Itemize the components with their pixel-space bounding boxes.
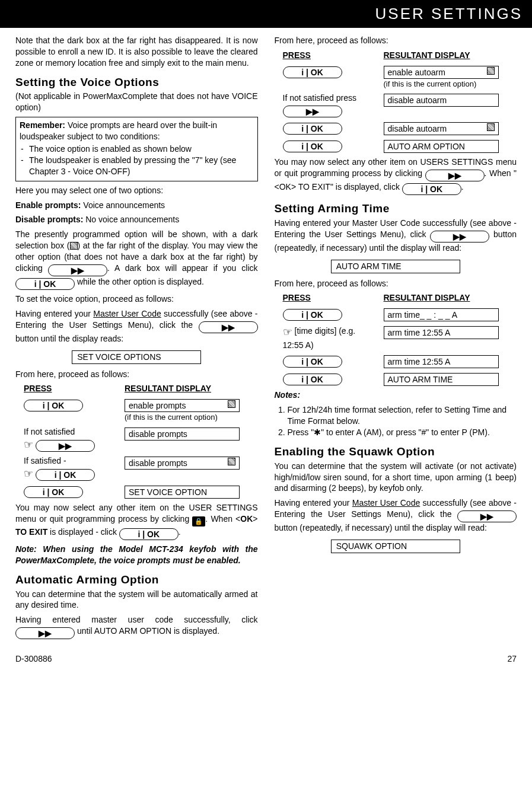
lcd-display: AUTO ARM TIME	[331, 260, 460, 273]
press-header: PRESS	[24, 383, 113, 394]
dark-box-icon	[487, 67, 495, 75]
result-header: RESULTANT DISPLAY	[384, 292, 470, 304]
result-header: RESULTANT DISPLAY	[125, 383, 211, 394]
ok-button[interactable]: i | OK	[24, 486, 83, 498]
lcd-display: AUTO ARM TIME	[384, 373, 499, 386]
remember-box: Remember: Voice prompts are heard over t…	[15, 117, 258, 181]
lcd-display: SET VOICE OPTIONS	[72, 350, 201, 364]
note-item: Press "✱" to enter A (AM), or press "#" …	[288, 427, 517, 438]
ok-button[interactable]: i | OK	[283, 309, 342, 321]
armtime-heading: Setting Arming Time	[275, 201, 517, 216]
seq-row: i | OK disable autoarm	[283, 121, 517, 135]
bullet: The loudspeaker is enabled by pressing t…	[29, 155, 254, 177]
lcd-display: enable autoarm	[384, 66, 499, 79]
voice-here: Here you may select one of two options:	[15, 185, 258, 196]
t: button until the display reads:	[15, 334, 123, 343]
dark-box-icon	[228, 400, 235, 408]
forward-button[interactable]: ▶▶	[48, 264, 107, 276]
disable-line: Disable prompts: No voice announcements	[15, 214, 258, 225]
t: is displayed - click	[47, 527, 119, 537]
ok-button[interactable]: i | OK	[283, 66, 342, 78]
presently-para: The presently programmed option will be …	[15, 229, 258, 290]
sequence-header: PRESS RESULTANT DISPLAY	[24, 383, 258, 394]
ok-button[interactable]: i | OK	[283, 356, 342, 368]
seq-label: If not satisfied press	[283, 92, 372, 104]
forward-button[interactable]: ▶▶	[15, 627, 75, 639]
seq-row: If satisfied - ☞i | OK disable prompts	[24, 455, 258, 481]
autoarm-sequence: i | OK enable autoarm (if this is the cu…	[283, 65, 517, 153]
model-note: Note: When using the Model MCT-234 keyfo…	[15, 544, 258, 566]
voice-after: You may now select any other item on the…	[15, 502, 258, 540]
seq-row: i | OK SET VOICE OPTION	[24, 484, 258, 499]
lock-button-icon[interactable]: 🔒	[192, 516, 205, 526]
forward-button[interactable]: ▶▶	[425, 170, 485, 181]
t: disable autoarm	[388, 124, 447, 133]
forward-button[interactable]: ▶▶	[283, 106, 342, 117]
lcd-display: SET VOICE OPTION	[125, 486, 240, 499]
lcd-display: disable prompts	[125, 457, 240, 470]
dark-box-icon	[487, 123, 495, 131]
forward-button[interactable]: ▶▶	[430, 231, 489, 242]
notes-label: Notes:	[275, 390, 517, 401]
seq-row: If not satisfied ☞▶▶ disable prompts	[24, 426, 258, 452]
t: until AUTO ARM OPTION is displayed.	[75, 626, 219, 636]
ok-button[interactable]: i | OK	[24, 400, 83, 411]
dark-box-icon	[228, 458, 235, 465]
display-wrap: SQUAWK OPTION	[275, 537, 517, 556]
page-body: Note that the dark box at the far right …	[0, 28, 532, 650]
squawk-heading: Enabling the Squawk Option	[275, 444, 517, 459]
bullet: The voice option is enabled as shown bel…	[29, 143, 254, 155]
page-number: 27	[507, 653, 517, 665]
autoarm-p1: You can determine that the system will b…	[15, 589, 258, 611]
autoarm-heading: Automatic Arming Option	[15, 572, 258, 588]
ok-button[interactable]: i | OK	[119, 528, 179, 540]
result-header: RESULTANT DISPLAY	[384, 50, 470, 61]
ok-button[interactable]: i | OK	[15, 278, 75, 290]
enable-label: Enable prompts:	[15, 200, 81, 210]
ok-button[interactable]: i | OK	[36, 469, 95, 481]
seq-row: i | OK arm time 12:55 A	[283, 354, 517, 368]
voice-sub: (Not applicable in PowerMaxComplete that…	[15, 91, 258, 113]
hand-icon: ☞	[283, 325, 292, 339]
ok-button[interactable]: i | OK	[283, 123, 342, 135]
hand-icon: ☞	[24, 438, 33, 452]
lcd-display: disable autoarm	[384, 122, 499, 135]
display-wrap: SET VOICE OPTIONS	[15, 348, 258, 366]
seq-note: (if this is the current option)	[125, 412, 258, 423]
t: >	[253, 514, 257, 524]
t: enable autoarm	[388, 68, 445, 77]
t: Having entered your	[275, 498, 352, 508]
t: TO EXIT	[15, 527, 47, 537]
enable-text: Voice announcements	[81, 200, 165, 210]
lcd-display: arm time_ _ : _ _ A	[384, 308, 499, 321]
forward-button[interactable]: ▶▶	[36, 440, 95, 452]
fromhere: From here, proceed as follows:	[275, 278, 517, 289]
hand-icon: ☞	[24, 467, 33, 481]
remember-label: Remember:	[20, 120, 65, 130]
forward-button[interactable]: ▶▶	[457, 510, 517, 522]
master-link: Master User Code	[93, 309, 161, 318]
ok-button[interactable]: i | OK	[283, 374, 342, 385]
ok-button[interactable]: i | OK	[402, 183, 461, 195]
seq-row: i | OK AUTO ARM TIME	[283, 372, 517, 386]
t: while the other option is displayed.	[75, 277, 204, 286]
seq-note: (if this is the current option)	[384, 79, 517, 90]
dark-selection-box-icon	[70, 242, 78, 250]
doc-number: D-300886	[15, 653, 52, 665]
display-wrap: AUTO ARM TIME	[275, 257, 517, 276]
ok-button[interactable]: i | OK	[283, 141, 342, 152]
armtime-notes: For 12h/24h time format selection, refer…	[275, 404, 517, 438]
t: OK	[240, 514, 253, 524]
lcd-display: enable prompts	[125, 399, 240, 412]
autoarm-p2: Having entered master user code successf…	[15, 614, 258, 639]
remember-bullets: The voice option is enabled as shown bel…	[20, 143, 254, 177]
forward-button[interactable]: ▶▶	[199, 321, 258, 333]
t: .	[461, 182, 464, 192]
seq-label: [time digits] (e.g. 12:55 A)	[283, 326, 356, 349]
left-column: Note that the dark box at the far right …	[15, 34, 258, 643]
note-item: For 12h/24h time format selection, refer…	[288, 404, 517, 427]
press-header: PRESS	[283, 50, 372, 61]
having-para: Having entered your Master User Code suc…	[15, 308, 258, 344]
intro-text: Note that the dark box at the far right …	[15, 35, 258, 69]
squawk-p2: Having entered your Master User Code suc…	[275, 497, 517, 534]
